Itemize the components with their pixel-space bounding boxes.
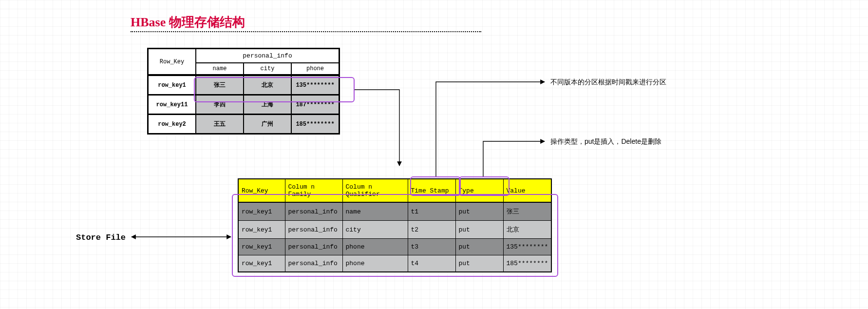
arrow-timestamp-annotation bbox=[436, 82, 545, 176]
logical-subheader-phone: phone bbox=[291, 63, 339, 75]
logical-row: row_key2 王五 广州 185******** bbox=[148, 114, 339, 134]
physical-cell-cf: personal_info bbox=[285, 202, 342, 221]
physical-table: Row_Key Colum n Family Colum n Qualifier… bbox=[238, 178, 552, 272]
logical-cell-name: 王五 bbox=[196, 114, 244, 134]
physical-cell-cf: personal_info bbox=[285, 221, 342, 239]
physical-cell-value: 185******** bbox=[503, 255, 551, 272]
physical-header-ts: Time Stamp bbox=[408, 179, 455, 202]
annotation-type: 操作类型，put是插入，Delete是删除 bbox=[550, 137, 661, 146]
physical-cell-value: 张三 bbox=[503, 202, 551, 221]
physical-cell-cq: city bbox=[342, 221, 408, 239]
physical-cell-cf: personal_info bbox=[285, 255, 342, 272]
physical-header-type: Type bbox=[455, 179, 503, 202]
physical-cell-ts: t3 bbox=[408, 239, 455, 255]
physical-cell-cq: phone bbox=[342, 239, 408, 255]
logical-cell-rowkey: row_key11 bbox=[148, 95, 196, 114]
label-store-file: Store File bbox=[76, 233, 126, 242]
physical-row: row_key1 personal_info city t2 put 北京 bbox=[238, 221, 551, 239]
physical-cell-cq: phone bbox=[342, 255, 408, 272]
physical-cell-cq: name bbox=[342, 202, 408, 221]
title-divider bbox=[131, 31, 481, 32]
physical-cell-ts: t2 bbox=[408, 221, 455, 239]
logical-header-rowkey: Row_Key bbox=[148, 49, 196, 75]
physical-cell-type: put bbox=[455, 239, 503, 255]
physical-cell-type: put bbox=[455, 202, 503, 221]
annotation-timestamp: 不同版本的分区根据时间戳来进行分区 bbox=[550, 78, 666, 87]
physical-row: row_key1 personal_info phone t4 put 185*… bbox=[238, 255, 551, 272]
physical-cell-type: put bbox=[455, 221, 503, 239]
physical-cell-cf: personal_info bbox=[285, 239, 342, 255]
logical-header-cf: personal_info bbox=[196, 49, 339, 63]
physical-cell-type: put bbox=[455, 255, 503, 272]
logical-cell-phone: 185******** bbox=[291, 114, 339, 134]
physical-row: row_key1 personal_info name t1 put 张三 bbox=[238, 202, 551, 221]
logical-cell-name: 李四 bbox=[196, 95, 244, 114]
physical-header-value: Value bbox=[503, 179, 551, 202]
logical-cell-phone: 187******** bbox=[291, 95, 339, 114]
physical-cell-rowkey: row_key1 bbox=[238, 255, 285, 272]
logical-row: row_key1 张三 北京 135******** bbox=[148, 75, 339, 95]
logical-cell-name: 张三 bbox=[196, 75, 244, 95]
logical-cell-city: 广州 bbox=[244, 114, 291, 134]
logical-table: Row_Key personal_info name city phone ro… bbox=[147, 48, 340, 135]
logical-cell-city: 北京 bbox=[244, 75, 291, 95]
physical-row: row_key1 personal_info phone t3 put 135*… bbox=[238, 239, 551, 255]
physical-cell-value: 北京 bbox=[503, 221, 551, 239]
arrow-logical-to-physical bbox=[355, 90, 399, 166]
logical-cell-rowkey: row_key2 bbox=[148, 114, 196, 134]
physical-cell-value: 135******** bbox=[503, 239, 551, 255]
logical-cell-phone: 135******** bbox=[291, 75, 339, 95]
logical-cell-city: 上海 bbox=[244, 95, 291, 114]
physical-cell-rowkey: row_key1 bbox=[238, 221, 285, 239]
physical-cell-ts: t1 bbox=[408, 202, 455, 221]
diagram-title: HBase 物理存储结构 bbox=[131, 14, 245, 31]
physical-header-cq: Colum n Qualifier bbox=[342, 179, 408, 202]
physical-cell-rowkey: row_key1 bbox=[238, 239, 285, 255]
logical-subheader-name: name bbox=[196, 63, 244, 75]
logical-row: row_key11 李四 上海 187******** bbox=[148, 95, 339, 114]
physical-header-cf: Colum n Family bbox=[285, 179, 342, 202]
physical-header-rowkey: Row_Key bbox=[238, 179, 285, 202]
logical-cell-rowkey: row_key1 bbox=[148, 75, 196, 95]
physical-cell-ts: t4 bbox=[408, 255, 455, 272]
logical-subheader-city: city bbox=[244, 63, 291, 75]
physical-cell-rowkey: row_key1 bbox=[238, 202, 285, 221]
arrow-type-annotation bbox=[483, 141, 545, 176]
